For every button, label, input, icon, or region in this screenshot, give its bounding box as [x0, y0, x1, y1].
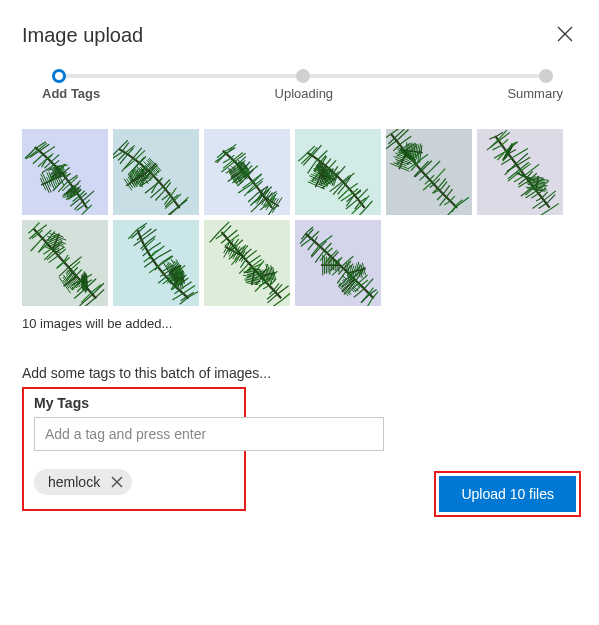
my-tags-label: My Tags	[34, 395, 234, 411]
tag-chip-label: hemlock	[48, 474, 100, 490]
thumbnail[interactable]	[295, 220, 381, 306]
dialog-header: Image upload	[22, 20, 577, 50]
thumbnail[interactable]	[295, 129, 381, 215]
tag-input-wrap	[34, 417, 234, 451]
progress-labels: Add Tags Uploading Summary	[42, 86, 563, 101]
thumbnail[interactable]	[22, 220, 108, 306]
thumbnail[interactable]	[113, 220, 199, 306]
prompt-text: Add some tags to this batch of images...	[22, 365, 577, 381]
dialog-footer: Upload 10 files	[434, 471, 581, 517]
tag-chip[interactable]: hemlock	[34, 469, 132, 495]
progress-dot-summary	[539, 69, 553, 83]
progress-bar	[52, 74, 553, 78]
thumbnail[interactable]	[386, 129, 472, 215]
progress-label: Add Tags	[42, 86, 100, 101]
my-tags-section: My Tags hemlock	[22, 387, 246, 511]
progress-label: Summary	[507, 86, 563, 101]
progress-dot-add-tags	[52, 69, 66, 83]
progress-label: Uploading	[275, 86, 334, 101]
progress-dots	[52, 69, 553, 83]
remove-tag-icon[interactable]	[108, 473, 126, 491]
progress-dot-uploading	[296, 69, 310, 83]
thumbnail-grid	[22, 129, 577, 306]
status-text: 10 images will be added...	[22, 316, 577, 331]
thumbnail[interactable]	[204, 220, 290, 306]
thumbnail[interactable]	[204, 129, 290, 215]
thumbnail[interactable]	[113, 129, 199, 215]
thumbnail[interactable]	[22, 129, 108, 215]
tag-input[interactable]	[34, 417, 384, 451]
dialog-title: Image upload	[22, 24, 143, 47]
thumbnail[interactable]	[477, 129, 563, 215]
image-upload-dialog: Image upload Add Tags Uploading Summary …	[0, 0, 599, 531]
close-icon[interactable]	[553, 20, 577, 50]
upload-button[interactable]: Upload 10 files	[439, 476, 576, 512]
